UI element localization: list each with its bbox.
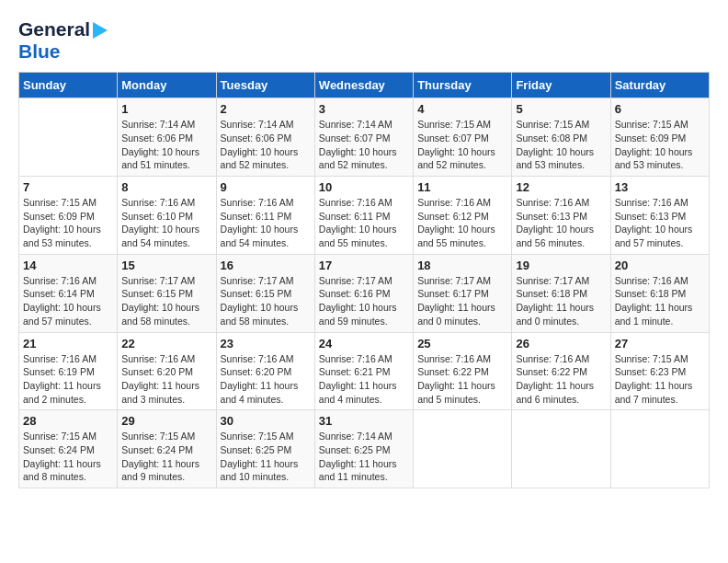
day-cell: 10Sunrise: 7:16 AM Sunset: 6:11 PM Dayli… — [314, 177, 413, 255]
day-number: 28 — [23, 414, 113, 428]
day-info: Sunrise: 7:16 AM Sunset: 6:20 PM Dayligh… — [221, 352, 311, 407]
day-info: Sunrise: 7:16 AM Sunset: 6:11 PM Dayligh… — [221, 196, 311, 250]
day-cell: 9Sunrise: 7:16 AM Sunset: 6:11 PM Daylig… — [216, 177, 314, 255]
day-number: 12 — [516, 180, 606, 194]
day-cell: 26Sunrise: 7:16 AM Sunset: 6:22 PM Dayli… — [512, 332, 610, 410]
day-number: 6 — [615, 102, 705, 116]
day-cell: 30Sunrise: 7:15 AM Sunset: 6:25 PM Dayli… — [216, 410, 314, 488]
day-number: 2 — [221, 102, 311, 116]
calendar-header-row: SundayMondayTuesdayWednesdayThursdayFrid… — [19, 73, 710, 98]
day-number: 5 — [516, 102, 606, 116]
day-info: Sunrise: 7:15 AM Sunset: 6:08 PM Dayligh… — [516, 118, 606, 172]
day-info: Sunrise: 7:17 AM Sunset: 6:18 PM Dayligh… — [516, 274, 606, 328]
day-cell: 14Sunrise: 7:16 AM Sunset: 6:14 PM Dayli… — [19, 254, 118, 332]
day-cell — [610, 410, 709, 488]
week-row-1: 1Sunrise: 7:14 AM Sunset: 6:06 PM Daylig… — [19, 98, 710, 177]
day-cell: 6Sunrise: 7:15 AM Sunset: 6:09 PM Daylig… — [610, 98, 709, 177]
day-number: 1 — [121, 102, 211, 116]
day-number: 22 — [121, 337, 211, 350]
day-cell: 11Sunrise: 7:16 AM Sunset: 6:12 PM Dayli… — [414, 177, 512, 255]
header-thursday: Thursday — [414, 73, 512, 98]
day-info: Sunrise: 7:14 AM Sunset: 6:07 PM Dayligh… — [319, 118, 409, 172]
day-cell: 19Sunrise: 7:17 AM Sunset: 6:18 PM Dayli… — [512, 254, 610, 332]
day-info: Sunrise: 7:16 AM Sunset: 6:13 PM Dayligh… — [516, 196, 606, 250]
day-info: Sunrise: 7:15 AM Sunset: 6:23 PM Dayligh… — [615, 352, 705, 407]
day-number: 14 — [23, 259, 113, 272]
day-number: 21 — [23, 337, 113, 350]
day-info: Sunrise: 7:14 AM Sunset: 6:06 PM Dayligh… — [221, 118, 311, 172]
header-friday: Friday — [512, 73, 610, 98]
day-number: 8 — [121, 180, 211, 194]
day-cell — [19, 98, 118, 177]
header-saturday: Saturday — [610, 73, 709, 98]
day-cell — [512, 410, 610, 488]
day-number: 27 — [615, 337, 705, 350]
day-number: 7 — [23, 180, 113, 194]
week-row-3: 14Sunrise: 7:16 AM Sunset: 6:14 PM Dayli… — [19, 254, 710, 332]
day-cell: 23Sunrise: 7:16 AM Sunset: 6:20 PM Dayli… — [216, 332, 314, 410]
day-info: Sunrise: 7:15 AM Sunset: 6:24 PM Dayligh… — [23, 430, 113, 484]
calendar-table: SundayMondayTuesdayWednesdayThursdayFrid… — [18, 72, 710, 488]
day-number: 26 — [516, 337, 606, 350]
day-info: Sunrise: 7:15 AM Sunset: 6:09 PM Dayligh… — [615, 118, 705, 172]
day-info: Sunrise: 7:17 AM Sunset: 6:17 PM Dayligh… — [417, 274, 507, 328]
day-number: 25 — [417, 337, 507, 350]
day-number: 11 — [417, 180, 507, 194]
day-number: 19 — [516, 259, 606, 272]
day-cell: 7Sunrise: 7:15 AM Sunset: 6:09 PM Daylig… — [19, 177, 118, 255]
day-cell: 5Sunrise: 7:15 AM Sunset: 6:08 PM Daylig… — [512, 98, 610, 177]
day-cell: 4Sunrise: 7:15 AM Sunset: 6:07 PM Daylig… — [414, 98, 512, 177]
day-info: Sunrise: 7:15 AM Sunset: 6:09 PM Dayligh… — [23, 196, 113, 250]
day-cell: 27Sunrise: 7:15 AM Sunset: 6:23 PM Dayli… — [610, 332, 709, 410]
week-row-4: 21Sunrise: 7:16 AM Sunset: 6:19 PM Dayli… — [19, 332, 710, 410]
day-cell: 1Sunrise: 7:14 AM Sunset: 6:06 PM Daylig… — [118, 98, 216, 177]
day-number: 20 — [615, 259, 705, 272]
day-info: Sunrise: 7:15 AM Sunset: 6:07 PM Dayligh… — [417, 118, 507, 172]
day-info: Sunrise: 7:16 AM Sunset: 6:13 PM Dayligh… — [615, 196, 705, 250]
day-cell: 28Sunrise: 7:15 AM Sunset: 6:24 PM Dayli… — [19, 410, 118, 488]
day-cell: 18Sunrise: 7:17 AM Sunset: 6:17 PM Dayli… — [414, 254, 512, 332]
day-cell: 16Sunrise: 7:17 AM Sunset: 6:15 PM Dayli… — [216, 254, 314, 332]
day-info: Sunrise: 7:16 AM Sunset: 6:12 PM Dayligh… — [417, 196, 507, 250]
day-cell: 3Sunrise: 7:14 AM Sunset: 6:07 PM Daylig… — [314, 98, 413, 177]
day-cell — [414, 410, 512, 488]
header-monday: Monday — [118, 73, 216, 98]
day-number: 16 — [221, 259, 311, 272]
day-cell: 22Sunrise: 7:16 AM Sunset: 6:20 PM Dayli… — [118, 332, 216, 410]
day-info: Sunrise: 7:16 AM Sunset: 6:10 PM Dayligh… — [121, 196, 211, 250]
day-number: 13 — [615, 180, 705, 194]
day-number: 3 — [319, 102, 409, 116]
page-header: General Blue — [18, 18, 710, 63]
day-info: Sunrise: 7:16 AM Sunset: 6:14 PM Dayligh… — [23, 274, 113, 328]
day-cell: 25Sunrise: 7:16 AM Sunset: 6:22 PM Dayli… — [414, 332, 512, 410]
week-row-5: 28Sunrise: 7:15 AM Sunset: 6:24 PM Dayli… — [19, 410, 710, 488]
day-cell: 13Sunrise: 7:16 AM Sunset: 6:13 PM Dayli… — [610, 177, 709, 255]
day-number: 31 — [319, 414, 409, 428]
day-info: Sunrise: 7:15 AM Sunset: 6:24 PM Dayligh… — [121, 430, 211, 484]
header-sunday: Sunday — [19, 73, 118, 98]
day-info: Sunrise: 7:14 AM Sunset: 6:25 PM Dayligh… — [319, 430, 409, 484]
day-cell: 8Sunrise: 7:16 AM Sunset: 6:10 PM Daylig… — [118, 177, 216, 255]
header-wednesday: Wednesday — [314, 73, 413, 98]
day-info: Sunrise: 7:16 AM Sunset: 6:19 PM Dayligh… — [23, 352, 113, 407]
day-info: Sunrise: 7:16 AM Sunset: 6:22 PM Dayligh… — [516, 352, 606, 407]
day-info: Sunrise: 7:15 AM Sunset: 6:25 PM Dayligh… — [221, 430, 311, 484]
day-info: Sunrise: 7:14 AM Sunset: 6:06 PM Dayligh… — [121, 118, 211, 172]
day-cell: 15Sunrise: 7:17 AM Sunset: 6:15 PM Dayli… — [118, 254, 216, 332]
day-number: 17 — [319, 259, 409, 272]
day-cell: 31Sunrise: 7:14 AM Sunset: 6:25 PM Dayli… — [314, 410, 413, 488]
day-info: Sunrise: 7:16 AM Sunset: 6:21 PM Dayligh… — [319, 352, 409, 407]
week-row-2: 7Sunrise: 7:15 AM Sunset: 6:09 PM Daylig… — [19, 177, 710, 255]
header-tuesday: Tuesday — [216, 73, 314, 98]
day-info: Sunrise: 7:16 AM Sunset: 6:20 PM Dayligh… — [121, 352, 211, 407]
day-number: 10 — [319, 180, 409, 194]
day-cell: 17Sunrise: 7:17 AM Sunset: 6:16 PM Dayli… — [314, 254, 413, 332]
day-number: 18 — [417, 259, 507, 272]
day-number: 23 — [221, 337, 311, 350]
day-info: Sunrise: 7:17 AM Sunset: 6:16 PM Dayligh… — [319, 274, 409, 328]
day-number: 24 — [319, 337, 409, 350]
day-cell: 2Sunrise: 7:14 AM Sunset: 6:06 PM Daylig… — [216, 98, 314, 177]
day-info: Sunrise: 7:17 AM Sunset: 6:15 PM Dayligh… — [221, 274, 311, 328]
day-info: Sunrise: 7:16 AM Sunset: 6:11 PM Dayligh… — [319, 196, 409, 250]
day-number: 9 — [221, 180, 311, 194]
